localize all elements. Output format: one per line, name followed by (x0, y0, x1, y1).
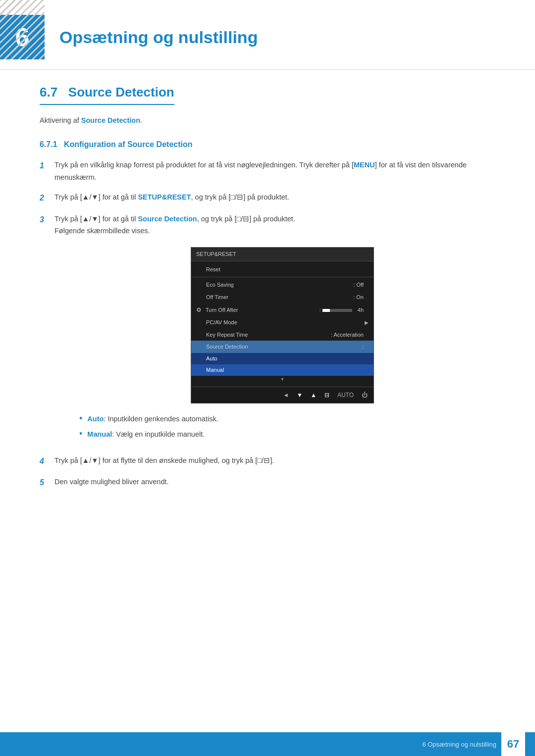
footer-page-number: 67 (501, 732, 525, 756)
down-icon: ▼ (295, 389, 305, 401)
step-text-5: Den valgte mulighed bliver anvendt. (54, 476, 495, 488)
step-3: 3 Tryk på [▲/▼] for at gå til Source Det… (40, 213, 495, 447)
scroll-indicator: ▼ (191, 376, 374, 385)
step-number-3: 3 (40, 213, 54, 226)
step-text-3: Tryk på [▲/▼] for at gå til Source Detec… (54, 213, 495, 447)
screenshot-title: SETUP&RESET (191, 248, 374, 261)
step-text-1: Tryk på en vilkårlig knap forrest på pro… (54, 159, 495, 183)
menu-item-source-detection: Source Detection : (191, 341, 374, 353)
step-1: 1 Tryk på en vilkårlig knap forrest på p… (40, 159, 495, 183)
screenshot-menu: Reset Eco Saving : Off Off Timer : On (191, 261, 374, 387)
screenshot-bottom-bar: ◄ ▼ ▲ ⊟ AUTO ⏻ (191, 387, 374, 403)
dropdown-manual: Manual (191, 364, 374, 376)
step-4: 4 Tryk på [▲/▼] for at flytte til den øn… (40, 454, 495, 468)
section-intro: Aktivering af Source Detection. (40, 115, 495, 126)
chapter-header: 6 Opsætning og nulstilling (0, 0, 535, 70)
menu-divider (191, 277, 374, 277)
menu-item-eco-saving: Eco Saving : Off (191, 279, 374, 291)
up-icon: ▲ (309, 389, 319, 401)
decorative-stripe (0, 0, 45, 59)
menu-item-pcav-mode: PC/AV Mode ▶ (191, 316, 374, 329)
arrow-right-icon: ▶ (365, 318, 369, 327)
enter-icon: ⊟ (322, 389, 331, 401)
back-icon: ◄ (281, 389, 291, 401)
gear-icon: ⚙ (196, 305, 202, 315)
bullet-manual: • Manual: Vælg en inputkilde manuelt. (79, 429, 495, 440)
menu-item-key-repeat: Key Repeat Time : Acceleration (191, 329, 374, 341)
menu-item-turn-off-after: ⚙ Turn Off After : 4h (191, 303, 374, 316)
screenshot-box: SETUP&RESET Reset Eco Saving : Off (191, 247, 374, 403)
dropdown-auto: Auto (191, 353, 374, 364)
bullet-auto: • Auto: Inputkilden genkendes automatisk… (79, 413, 495, 425)
step-text-4: Tryk på [▲/▼] for at flytte til den ønsk… (54, 454, 495, 467)
step-number-2: 2 (40, 191, 54, 204)
step-number-4: 4 (40, 454, 54, 468)
auto-icon: AUTO (335, 389, 356, 401)
footer-chapter-label: 6 Opsætning og nulstilling (422, 741, 496, 748)
main-content: 6.7 Source Detection Aktivering af Sourc… (0, 85, 535, 537)
step-5: 5 Den valgte mulighed bliver anvendt. (40, 476, 495, 489)
bullet-dot-manual: • (79, 428, 82, 440)
step-2: 2 Tryk på [▲/▼] for at gå til SETUP&RESE… (40, 191, 495, 204)
power-icon: ⏻ (360, 389, 370, 401)
chapter-title: Opsætning og nulstilling (59, 28, 258, 47)
section-heading: 6.7 Source Detection (40, 85, 495, 115)
subsection-heading: 6.7.1 Konfiguration af Source Detection (40, 140, 495, 149)
screenshot-container: SETUP&RESET Reset Eco Saving : Off (69, 247, 495, 403)
step-number-1: 1 (40, 159, 54, 172)
bullet-dot-auto: • (79, 412, 82, 425)
step-text-2: Tryk på [▲/▼] for at gå til SETUP&RESET,… (54, 191, 495, 203)
step-number-5: 5 (40, 476, 54, 489)
page-footer: 6 Opsætning og nulstilling 67 (0, 732, 535, 756)
menu-item-off-timer: Off Timer : On (191, 291, 374, 303)
bullet-list: • Auto: Inputkilden genkendes automatisk… (79, 413, 495, 440)
menu-item-reset: Reset (191, 263, 374, 276)
